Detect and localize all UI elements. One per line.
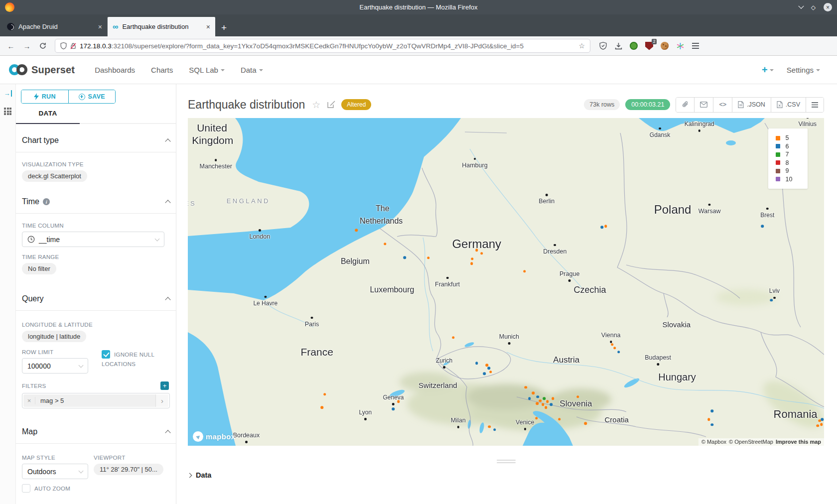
favorite-star-icon[interactable]: ☆ [312, 99, 320, 111]
ublock-shield-icon[interactable]: 2 [645, 41, 654, 50]
edit-title-icon[interactable] [327, 100, 335, 110]
earthquake-point[interactable] [485, 364, 488, 367]
earthquake-point[interactable] [355, 229, 358, 232]
deckgl-scatterplot-map[interactable]: UnitedKingdomManchesterENGLANDESLondonTh… [188, 118, 824, 446]
section-time[interactable]: Timei [16, 196, 176, 207]
ignore-null-checkbox[interactable] [102, 350, 110, 359]
run-button[interactable]: RUN [21, 90, 68, 103]
chart-menu-button[interactable] [806, 98, 824, 112]
earthquake-point[interactable] [471, 257, 474, 260]
earthquake-point[interactable] [480, 252, 483, 255]
earthquake-point[interactable] [816, 424, 819, 427]
viewport-value[interactable]: 11° 28' 29.70" | 50... [94, 464, 163, 475]
superset-logo-icon[interactable] [9, 64, 27, 75]
earthquake-point[interactable] [707, 418, 710, 421]
earthquake-point[interactable] [537, 395, 540, 398]
earthquake-point[interactable] [550, 403, 553, 406]
export-json-button[interactable]: .JSON [732, 98, 771, 112]
earthquake-point[interactable] [452, 336, 455, 339]
nav-menu-item[interactable]: SQL Lab [183, 62, 231, 78]
email-button[interactable] [694, 98, 713, 112]
earthquake-point[interactable] [821, 418, 824, 421]
nav-menu-item[interactable]: Dashboards [89, 62, 141, 78]
time-column-select[interactable]: __time [22, 232, 164, 247]
earthquake-point[interactable] [483, 372, 486, 375]
earthquake-point[interactable] [536, 402, 539, 405]
earthquake-point[interactable] [761, 225, 764, 228]
tab-close-icon[interactable]: × [206, 23, 210, 31]
earthquake-point[interactable] [576, 395, 579, 398]
earthquake-point[interactable] [552, 397, 555, 400]
save-button[interactable]: SAVE [68, 90, 116, 103]
earthquake-point[interactable] [604, 225, 607, 228]
cookie-extension-icon[interactable] [660, 41, 669, 50]
improve-map-link[interactable]: Improve this map [776, 439, 821, 445]
earthquake-point[interactable] [539, 399, 542, 402]
earthquake-point[interactable] [427, 256, 430, 259]
menu-icon[interactable] [691, 41, 700, 50]
earthquake-point[interactable] [542, 403, 545, 406]
earthquake-point[interactable] [489, 371, 492, 374]
earthquake-point[interactable] [820, 423, 823, 426]
earthquake-point[interactable] [770, 299, 773, 302]
copy-link-button[interactable] [676, 98, 694, 112]
tab-apache-druid[interactable]: Apache Druid × [2, 17, 108, 36]
back-icon[interactable]: ← [4, 39, 18, 52]
mapbox-attribution-link[interactable]: © Mapbox [701, 439, 726, 445]
snowflake-extension-icon[interactable] [676, 41, 685, 50]
reload-icon[interactable] [36, 39, 50, 52]
earthquake-point[interactable] [543, 397, 546, 400]
earthquake-point[interactable] [558, 418, 561, 421]
section-query[interactable]: Query [16, 293, 176, 304]
address-bar[interactable]: 172.18.0.3:32108/superset/explore/?form_… [55, 39, 590, 53]
close-window-icon[interactable]: × [824, 3, 832, 11]
nav-menu-item[interactable]: Charts [145, 62, 179, 78]
section-map[interactable]: Map [16, 426, 176, 437]
earthquake-point[interactable] [323, 393, 326, 396]
osm-attribution-link[interactable]: © OpenStreetMap [729, 439, 773, 445]
earthquake-point[interactable] [470, 262, 473, 265]
tab-close-icon[interactable]: × [98, 23, 102, 31]
row-limit-select[interactable]: 100000 [22, 358, 88, 374]
tab-data[interactable]: DATA [16, 110, 80, 124]
section-chart-type[interactable]: Chart type [16, 135, 176, 146]
add-new-button[interactable]: + [762, 64, 774, 76]
datasource-grid-icon[interactable] [4, 108, 11, 115]
mapbox-logo[interactable]: mapbox [193, 431, 235, 442]
green-extension-icon[interactable] [629, 41, 638, 50]
nav-menu-item[interactable]: Data [235, 62, 269, 78]
earthquake-point[interactable] [601, 226, 604, 229]
earthquake-point[interactable] [397, 400, 400, 403]
protections-shield-icon[interactable] [598, 41, 607, 50]
earthquake-point[interactable] [545, 406, 548, 409]
data-section-toggle[interactable]: Data [188, 471, 837, 479]
earthquake-point[interactable] [584, 422, 587, 425]
settings-menu[interactable]: Settings [787, 66, 820, 74]
earthquake-point[interactable] [384, 243, 387, 246]
earthquake-point[interactable] [535, 417, 538, 420]
earthquake-point[interactable] [475, 362, 478, 365]
forward-icon[interactable]: → [20, 39, 34, 52]
embed-code-button[interactable]: <> [713, 98, 732, 112]
viz-type-value[interactable]: deck.gl Scatterplot [22, 170, 87, 182]
earthquake-point[interactable] [487, 367, 490, 370]
new-tab-button[interactable]: + [215, 22, 233, 36]
remove-filter-icon[interactable]: × [23, 397, 35, 404]
panel-resize-handle[interactable] [188, 460, 824, 463]
earthquake-point[interactable] [321, 406, 324, 409]
earthquake-point[interactable] [528, 397, 531, 400]
map-style-select[interactable]: Outdoors [22, 464, 88, 479]
earthquake-point[interactable] [523, 270, 526, 273]
earthquake-point[interactable] [617, 351, 620, 354]
earthquake-point[interactable] [710, 423, 713, 426]
maximize-icon[interactable]: ◇ [811, 4, 816, 11]
earthquake-point[interactable] [475, 249, 478, 252]
chevron-right-icon[interactable]: › [155, 394, 168, 407]
earthquake-point[interactable] [392, 408, 395, 411]
earthquake-point[interactable] [546, 400, 549, 403]
minimize-icon[interactable] [798, 3, 804, 8]
earthquake-point[interactable] [488, 425, 491, 428]
shield-icon[interactable] [60, 42, 67, 49]
filter-expression[interactable]: mag > 5 [35, 397, 155, 404]
superset-brand[interactable]: Superset [31, 64, 75, 76]
